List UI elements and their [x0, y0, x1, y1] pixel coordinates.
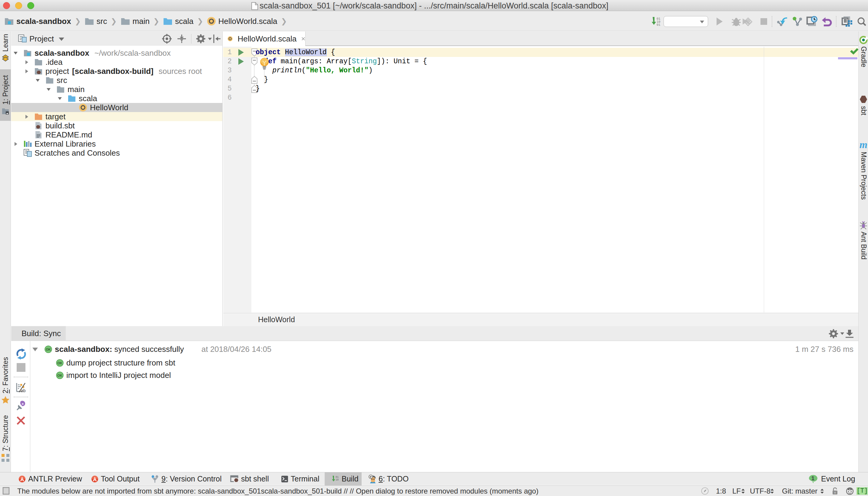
svg-text:1: 1 [811, 476, 815, 481]
svg-text:ab: ab [21, 388, 26, 393]
svg-text:10: 10 [336, 478, 339, 481]
svg-text:T: T [834, 492, 836, 495]
svg-text:01: 01 [656, 23, 660, 27]
svg-text:OK: OK [46, 347, 51, 351]
svg-text:OK: OK [57, 374, 62, 377]
svg-text:OK: OK [57, 361, 62, 365]
